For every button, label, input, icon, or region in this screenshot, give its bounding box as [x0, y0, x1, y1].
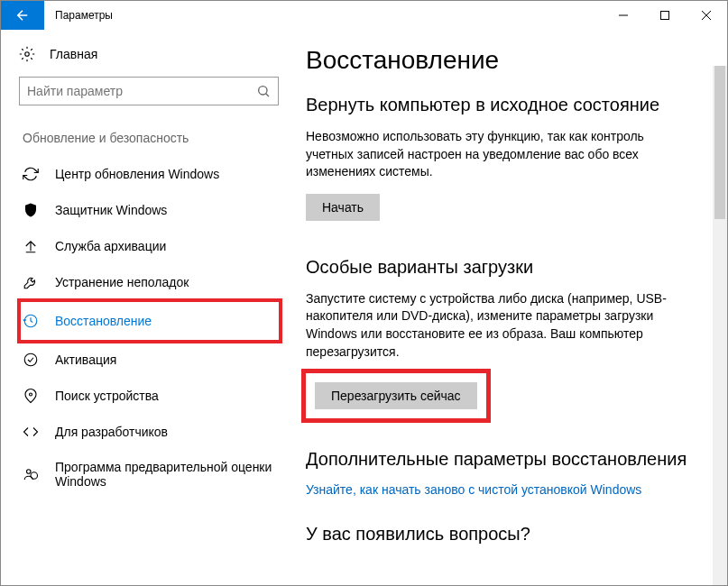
- more-recovery-section: Дополнительные параметры восстановления …: [306, 449, 695, 497]
- sidebar-item-insider[interactable]: Программа предварительной оценки Windows: [19, 450, 281, 499]
- maximize-button[interactable]: [644, 1, 686, 30]
- sidebar-item-label: Программа предварительной оценки Windows: [55, 460, 277, 489]
- titlebar: Параметры: [1, 1, 727, 30]
- sidebar-item-troubleshoot[interactable]: Устранение неполадок: [19, 264, 281, 300]
- sidebar-item-recovery[interactable]: Восстановление: [19, 300, 281, 342]
- sidebar-item-update[interactable]: Центр обновления Windows: [19, 156, 281, 192]
- upload-icon: [23, 238, 39, 254]
- gear-icon: [19, 46, 35, 62]
- code-icon: [23, 424, 39, 440]
- sidebar-item-find-device[interactable]: Поиск устройства: [19, 378, 281, 414]
- advanced-startup-section: Особые варианты загрузки Запустите систе…: [306, 257, 695, 418]
- svg-point-1: [25, 52, 30, 57]
- sidebar-item-label: Защитник Windows: [55, 203, 167, 217]
- sidebar-item-label: Для разработчиков: [55, 425, 168, 439]
- minimize-button[interactable]: [603, 1, 644, 30]
- wrench-icon: [23, 274, 39, 290]
- sidebar-item-label: Активация: [55, 353, 116, 367]
- reset-start-button[interactable]: Начать: [306, 194, 380, 221]
- sidebar-item-label: Служба архивации: [55, 239, 166, 253]
- window-title: Параметры: [55, 9, 113, 22]
- back-button[interactable]: [1, 1, 44, 30]
- svg-point-5: [27, 470, 32, 474]
- person-ring-icon: [23, 466, 39, 482]
- reset-section: Вернуть компьютер в исходное состояние Н…: [306, 95, 695, 221]
- history-icon: [23, 313, 39, 329]
- reboot-highlight: Перезагрузить сейчас: [306, 373, 486, 418]
- sidebar-item-label: Поиск устройства: [55, 389, 159, 403]
- svg-point-4: [30, 393, 32, 396]
- sidebar-item-label: Восстановление: [55, 314, 152, 328]
- sidebar-item-developers[interactable]: Для разработчиков: [19, 414, 281, 450]
- advanced-heading: Особые варианты загрузки: [306, 257, 695, 278]
- group-header: Обновление и безопасность: [19, 131, 281, 145]
- location-icon: [23, 388, 39, 404]
- scrollbar[interactable]: [713, 66, 727, 585]
- reset-heading: Вернуть компьютер в исходное состояние: [306, 95, 695, 115]
- svg-point-2: [259, 87, 267, 95]
- more-heading: Дополнительные параметры восстановления: [306, 449, 695, 470]
- search-input[interactable]: [27, 84, 256, 98]
- window-controls: [603, 1, 727, 30]
- restart-now-button[interactable]: Перезагрузить сейчас: [315, 382, 477, 409]
- search-box[interactable]: [19, 77, 279, 105]
- sidebar-item-label: Центр обновления Windows: [55, 167, 219, 181]
- close-button[interactable]: [686, 1, 727, 30]
- reset-description: Невозможно использовать эту функцию, так…: [306, 128, 685, 181]
- arrow-left-icon: [14, 7, 31, 23]
- svg-point-3: [24, 353, 37, 366]
- scrollbar-thumb[interactable]: [714, 66, 725, 219]
- page-title: Восстановление: [306, 46, 695, 75]
- sidebar-item-label: Устранение неполадок: [55, 275, 189, 289]
- fresh-start-link[interactable]: Узнайте, как начать заново с чистой уста…: [306, 482, 641, 497]
- check-circle-icon: [23, 352, 39, 368]
- shield-icon: [23, 202, 39, 218]
- sidebar-item-defender[interactable]: Защитник Windows: [19, 192, 281, 228]
- home-label: Главная: [50, 47, 97, 61]
- sidebar-item-activation[interactable]: Активация: [19, 342, 281, 378]
- svg-point-6: [31, 472, 38, 480]
- questions-heading: У вас появились вопросы?: [306, 524, 695, 545]
- content-area: Восстановление Вернуть компьютер в исход…: [299, 30, 727, 585]
- sidebar-item-backup[interactable]: Служба архивации: [19, 228, 281, 264]
- sync-icon: [23, 166, 39, 182]
- advanced-description: Запустите систему с устройства либо диск…: [306, 290, 685, 361]
- sidebar: Главная Обновление и безопасность Центр …: [1, 30, 299, 585]
- home-link[interactable]: Главная: [19, 46, 281, 62]
- svg-rect-0: [661, 12, 669, 20]
- search-icon: [256, 84, 271, 98]
